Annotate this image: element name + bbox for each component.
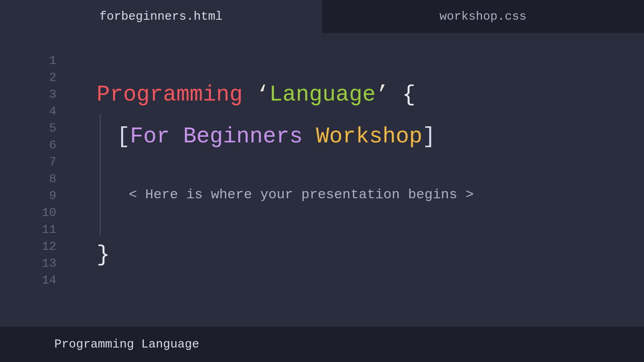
bracket-close: ] — [422, 124, 436, 149]
space — [243, 82, 256, 107]
bracket-open: [ — [117, 124, 130, 149]
angle-open: < — [129, 187, 145, 202]
editor-content[interactable]: Programming ‘Language’ { [For Beginners … — [72, 52, 644, 327]
angle-close: > — [457, 187, 474, 202]
line-number: 13 — [42, 255, 56, 272]
line-number: 10 — [42, 204, 56, 221]
editor-viewport: 1 2 3 4 5 6 7 8 9 10 11 12 13 14 Program… — [0, 33, 644, 327]
line-number: 11 — [42, 221, 56, 238]
quote-close: ’ — [376, 82, 389, 107]
subtitle-line: [For Beginners Workshop] — [117, 124, 436, 149]
line-number: 12 — [42, 238, 56, 255]
tab-workshop-css[interactable]: workshop.css — [322, 0, 644, 33]
brace-open: { — [389, 82, 415, 107]
keyword-programming: Programming — [97, 82, 243, 107]
line-number: 3 — [49, 86, 56, 103]
indent-guide — [100, 115, 101, 235]
line-number: 1 — [49, 52, 56, 69]
text-workshop: Workshop — [316, 124, 422, 149]
line-number: 6 — [49, 137, 56, 154]
quote-open: ‘ — [256, 82, 269, 107]
tab-bar: forbeginners.html workshop.css — [0, 0, 644, 33]
string-language: Language — [269, 82, 376, 107]
space — [303, 124, 316, 149]
description-line: < Here is where your presentation begins… — [129, 187, 474, 202]
line-number-gutter: 1 2 3 4 5 6 7 8 9 10 11 12 13 14 — [0, 52, 72, 327]
brace-close: } — [97, 242, 110, 267]
line-number: 8 — [49, 171, 56, 187]
line-number: 9 — [49, 187, 56, 204]
status-text: Programming Language — [54, 337, 199, 351]
description-text: Here is where your presentation begins — [145, 187, 457, 202]
title-line: Programming ‘Language’ { — [97, 82, 415, 107]
tab-forbeginners-html[interactable]: forbeginners.html — [0, 0, 322, 33]
line-number: 4 — [49, 103, 56, 120]
line-number: 7 — [49, 154, 56, 171]
status-bar: Programming Language — [0, 327, 644, 362]
line-number: 14 — [42, 272, 56, 289]
text-for-beginners: For Beginners — [130, 124, 303, 149]
line-number: 2 — [49, 69, 56, 86]
line-number: 5 — [49, 120, 56, 137]
